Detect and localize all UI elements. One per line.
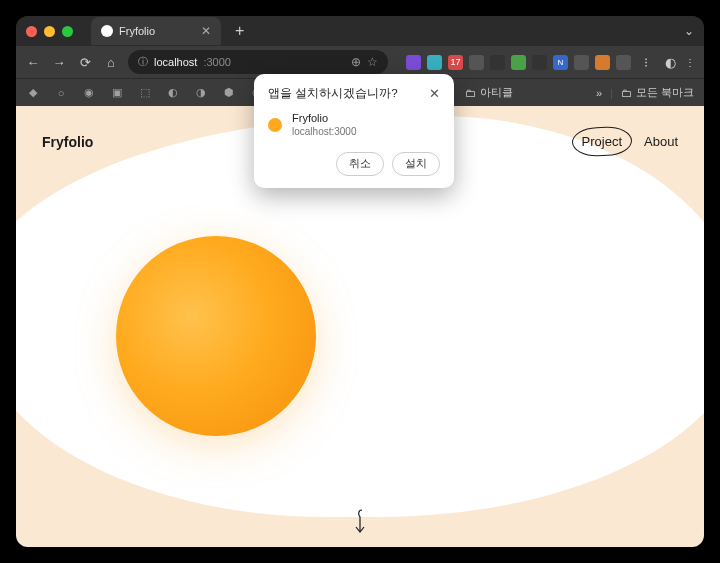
- extension-icon[interactable]: [574, 55, 589, 70]
- minimize-window-button[interactable]: [44, 26, 55, 37]
- bookmark-icon[interactable]: ○: [54, 87, 68, 99]
- bookmark-icon[interactable]: ◑: [194, 86, 208, 99]
- extension-icon[interactable]: [427, 55, 442, 70]
- browser-tab[interactable]: Fryfolio ✕: [91, 17, 221, 45]
- bookmark-icon[interactable]: ▣: [110, 86, 124, 99]
- maximize-window-button[interactable]: [62, 26, 73, 37]
- site-info-icon[interactable]: ⓘ: [138, 55, 148, 69]
- home-icon[interactable]: ⌂: [102, 55, 120, 70]
- new-tab-button[interactable]: +: [229, 22, 250, 40]
- url-port: :3000: [203, 56, 231, 68]
- bookmark-icon[interactable]: ◐: [166, 86, 180, 99]
- back-icon[interactable]: ←: [24, 55, 42, 70]
- dialog-title: 앱을 설치하시겠습니까?: [268, 86, 398, 101]
- extension-icon[interactable]: [595, 55, 610, 70]
- bookmark-icon[interactable]: ◉: [82, 86, 96, 99]
- extension-icon[interactable]: [616, 55, 631, 70]
- install-button[interactable]: 설치: [392, 152, 440, 176]
- install-pwa-dialog: 앱을 설치하시겠습니까? ✕ Fryfolio localhost:3000 취…: [254, 74, 454, 188]
- nav-project[interactable]: Project: [578, 130, 626, 153]
- dialog-origin: localhost:3000: [292, 125, 357, 138]
- extension-icon[interactable]: [511, 55, 526, 70]
- main-nav: Project About: [578, 130, 682, 153]
- extension-icon[interactable]: N: [553, 55, 568, 70]
- tab-title: Fryfolio: [119, 25, 195, 37]
- cancel-button[interactable]: 취소: [336, 152, 384, 176]
- install-pwa-icon[interactable]: ⊕: [351, 55, 361, 69]
- extensions-row: 17 N ⁝ ◐ ⋮: [396, 55, 696, 70]
- window-menu-icon[interactable]: ⌄: [684, 24, 694, 38]
- dialog-app-name: Fryfolio: [292, 111, 357, 125]
- browser-window: Fryfolio ✕ + ⌄ ← → ⟳ ⌂ ⓘ localhost:3000 …: [16, 16, 704, 547]
- scroll-down-icon[interactable]: [352, 507, 368, 539]
- profile-icon[interactable]: ◐: [661, 55, 679, 70]
- reload-icon[interactable]: ⟳: [76, 55, 94, 70]
- extension-icon[interactable]: 17: [448, 55, 463, 70]
- app-icon: [268, 118, 282, 132]
- egg-yolk-shape: [116, 236, 316, 436]
- tab-close-icon[interactable]: ✕: [201, 24, 211, 38]
- bookmark-star-icon[interactable]: ☆: [367, 55, 378, 69]
- forward-icon[interactable]: →: [50, 55, 68, 70]
- url-bar[interactable]: ⓘ localhost:3000 ⊕ ☆: [128, 50, 388, 74]
- browser-menu-icon[interactable]: ⋮: [685, 57, 696, 68]
- close-window-button[interactable]: [26, 26, 37, 37]
- traffic-lights: [26, 26, 73, 37]
- url-host: localhost: [154, 56, 197, 68]
- titlebar: Fryfolio ✕ + ⌄: [16, 16, 704, 46]
- favicon-icon: [101, 25, 113, 37]
- extension-icon[interactable]: [532, 55, 547, 70]
- bookmark-icon[interactable]: ⬢: [222, 86, 236, 99]
- extension-icon[interactable]: [469, 55, 484, 70]
- bookmarks-overflow-icon[interactable]: »: [596, 87, 602, 99]
- dialog-close-icon[interactable]: ✕: [429, 86, 440, 101]
- bookmark-icon[interactable]: ⬚: [138, 86, 152, 99]
- bookmark-icon[interactable]: ◆: [26, 86, 40, 99]
- bookmark-folder-all[interactable]: 🗀 모든 북마크: [621, 85, 694, 100]
- extension-icon[interactable]: [490, 55, 505, 70]
- bookmark-folder-articles[interactable]: 🗀 아티클: [465, 85, 513, 100]
- extensions-menu-icon[interactable]: ⁝: [637, 55, 655, 70]
- nav-about[interactable]: About: [640, 130, 682, 153]
- brand-logo[interactable]: Fryfolio: [42, 134, 93, 150]
- extension-icon[interactable]: [406, 55, 421, 70]
